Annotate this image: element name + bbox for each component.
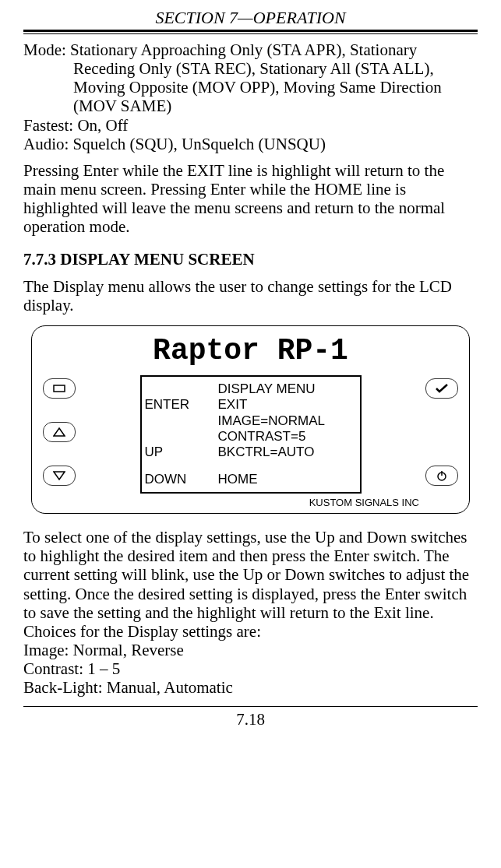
triangle-down-icon bbox=[53, 471, 65, 480]
footer-rule bbox=[23, 706, 478, 707]
contrast-choices-line: Contrast: 1 – 5 bbox=[23, 659, 478, 678]
display-instructions-paragraph: To select one of the display settings, u… bbox=[23, 528, 478, 622]
rectangle-icon bbox=[53, 385, 65, 392]
exit-home-paragraph: Pressing Enter while the EXIT line is hi… bbox=[23, 161, 478, 237]
device-panel: Raptor RP-1 DISPLAY MENU ENTEREXIT bbox=[31, 325, 470, 514]
lcd-down-label: DOWN bbox=[142, 472, 215, 487]
backlight-choices-line: Back-Light: Manual, Automatic bbox=[23, 678, 478, 697]
image-choices-line: Image: Normal, Reverse bbox=[23, 641, 478, 659]
lcd-contrast-item: CONTRAST=5 bbox=[215, 429, 360, 445]
up-button[interactable] bbox=[43, 422, 76, 442]
down-button[interactable] bbox=[43, 466, 76, 486]
lcd-image-item: IMAGE=NORMAL bbox=[215, 413, 360, 429]
svg-marker-2 bbox=[54, 472, 65, 480]
heading-773: 7.7.3 DISPLAY MENU SCREEN bbox=[23, 250, 478, 269]
page-number: 7.18 bbox=[23, 710, 478, 729]
choices-label: Choices for the Display settings are: bbox=[23, 622, 478, 641]
header-rule-thick bbox=[23, 30, 478, 32]
lcd-screen: DISPLAY MENU ENTEREXIT IMAGE=NORMAL CONT… bbox=[140, 375, 362, 494]
power-button[interactable] bbox=[425, 466, 458, 486]
svg-marker-1 bbox=[54, 428, 65, 436]
lcd-bkctrl-item: BKCTRL=AUTO bbox=[215, 445, 360, 460]
check-icon bbox=[435, 383, 449, 394]
lcd-home-item: HOME bbox=[215, 472, 360, 487]
triangle-up-icon bbox=[53, 427, 65, 437]
section-header: SECTION 7—OPERATION bbox=[23, 8, 478, 28]
audio-options-line: Audio: Squelch (SQU), UnSquelch (UNSQU) bbox=[23, 135, 478, 153]
fastest-options-line: Fastest: On, Off bbox=[23, 116, 478, 135]
lcd-title: DISPLAY MENU bbox=[215, 381, 360, 397]
lcd-up-label: UP bbox=[142, 445, 215, 460]
mode-options-line: Mode: Stationary Approaching Only (STA A… bbox=[23, 40, 478, 116]
header-rule-thin bbox=[23, 33, 478, 34]
confirm-button[interactable] bbox=[425, 378, 458, 399]
lcd-exit-item: EXIT bbox=[215, 397, 360, 413]
svg-rect-0 bbox=[54, 385, 65, 392]
device-title: Raptor RP-1 bbox=[43, 334, 458, 367]
power-icon bbox=[436, 470, 447, 481]
device-brand-label: KUSTOM SIGNALS INC bbox=[43, 494, 458, 508]
lcd-enter-label: ENTER bbox=[142, 397, 215, 413]
enter-button[interactable] bbox=[43, 378, 76, 399]
section773-intro: The Display menu allows the user to chan… bbox=[23, 277, 478, 315]
